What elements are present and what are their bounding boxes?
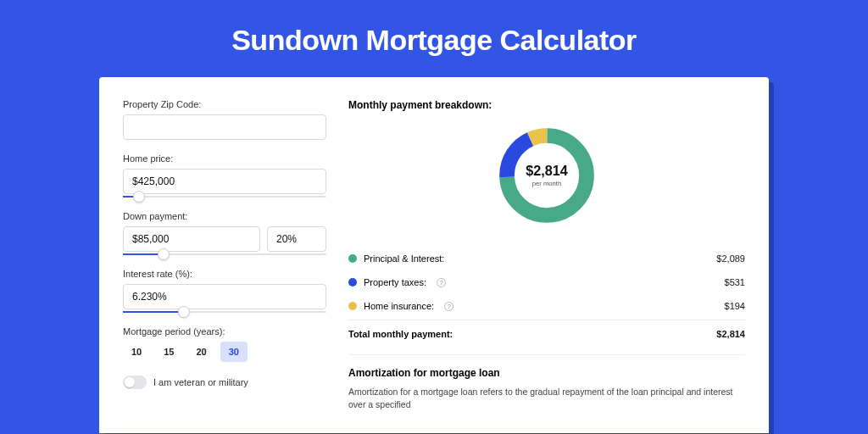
mortgage-period-field: Mortgage period (years): 10152030 (123, 326, 326, 362)
veteran-label: I am veteran or military (153, 377, 248, 387)
legend-total-row: Total monthly payment:$2,814 (348, 320, 745, 346)
amortization-section: Amortization for mortgage loan Amortizat… (348, 354, 745, 410)
legend-value: $194 (725, 301, 745, 311)
home-price-slider-thumb[interactable] (133, 191, 145, 203)
veteran-toggle[interactable] (123, 376, 147, 389)
home-price-label: Home price: (123, 153, 326, 164)
form-panel: Property Zip Code: Home price: Down paym… (123, 99, 326, 433)
home-price-input[interactable] (123, 169, 326, 194)
legend-label: Property taxes: (364, 277, 426, 287)
info-icon[interactable]: ? (437, 278, 446, 287)
down-payment-percent-input[interactable] (267, 226, 326, 252)
legend-row: Principal & Interest:$2,089 (348, 247, 745, 270)
donut-chart: $2,814 per month (494, 123, 599, 228)
donut-center-sub: per month (532, 180, 561, 187)
page-title: Sundown Mortgage Calculator (0, 0, 868, 77)
donut-center-amount: $2,814 (526, 163, 568, 178)
down-payment-label: Down payment: (123, 211, 326, 221)
legend-row: Home insurance:?$194 (348, 294, 745, 318)
interest-rate-slider-fill (123, 311, 184, 313)
period-option-30[interactable]: 30 (220, 342, 248, 362)
zip-input[interactable] (123, 114, 326, 140)
period-option-20[interactable]: 20 (188, 342, 215, 362)
interest-rate-field: Interest rate (%): (123, 269, 326, 313)
period-option-15[interactable]: 15 (155, 342, 182, 362)
interest-rate-input[interactable] (123, 284, 326, 309)
legend-label: Home insurance: (364, 301, 434, 311)
veteran-toggle-knob (125, 377, 135, 387)
amortization-text: Amortization for a mortgage loan refers … (348, 386, 745, 410)
legend-total-label: Total monthly payment: (348, 329, 453, 339)
legend-swatch (348, 254, 357, 263)
mortgage-period-options: 10152030 (123, 342, 326, 362)
legend-total-value: $2,814 (716, 329, 745, 339)
home-price-slider[interactable] (123, 196, 326, 198)
legend-label: Principal & Interest: (364, 253, 444, 264)
amortization-title: Amortization for mortgage loan (348, 367, 745, 379)
donut-chart-wrap: $2,814 per month (348, 116, 745, 243)
legend-swatch (348, 302, 357, 310)
home-price-field: Home price: (123, 153, 326, 198)
legend-value: $2,089 (716, 253, 745, 264)
breakdown-panel: Monthly payment breakdown: $2,814 per mo… (348, 99, 745, 433)
down-payment-slider[interactable] (123, 253, 326, 255)
period-option-10[interactable]: 10 (123, 342, 150, 362)
interest-rate-slider-thumb[interactable] (178, 306, 190, 318)
breakdown-title: Monthly payment breakdown: (348, 99, 745, 111)
legend-value: $531 (725, 277, 745, 287)
zip-field: Property Zip Code: (123, 99, 326, 140)
info-icon[interactable]: ? (444, 302, 453, 311)
down-payment-amount-input[interactable] (123, 226, 260, 252)
legend-row: Property taxes:?$531 (348, 270, 745, 294)
zip-label: Property Zip Code: (123, 99, 326, 109)
down-payment-field: Down payment: (123, 211, 326, 255)
veteran-row: I am veteran or military (123, 376, 326, 389)
mortgage-period-label: Mortgage period (years): (123, 326, 326, 337)
down-payment-slider-thumb[interactable] (158, 248, 170, 260)
interest-rate-label: Interest rate (%): (123, 269, 326, 279)
legend-swatch (348, 278, 357, 287)
calculator-card: Property Zip Code: Home price: Down paym… (99, 77, 769, 433)
interest-rate-slider[interactable] (123, 311, 326, 313)
breakdown-legend: Principal & Interest:$2,089Property taxe… (348, 247, 745, 346)
